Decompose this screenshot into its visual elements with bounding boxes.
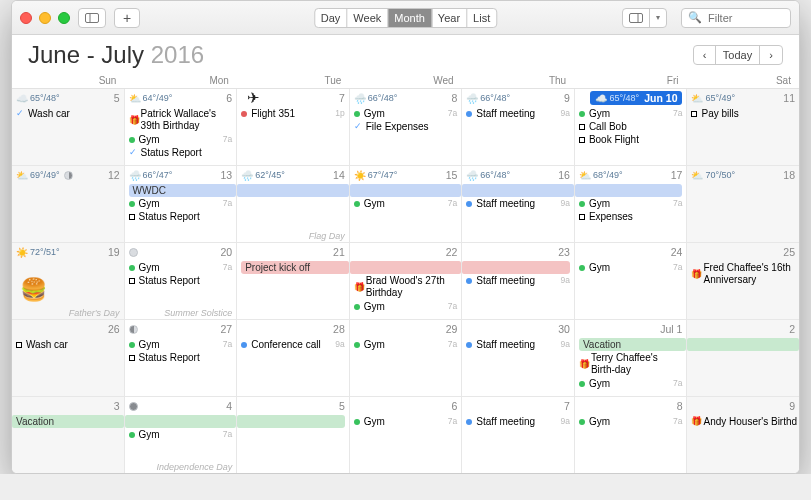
day-cell[interactable]: 🌧️66°/48°16 . Staff meeting9a bbox=[462, 166, 575, 242]
day-cell[interactable]: 9 🎁Andy Houser's Birthday bbox=[687, 397, 799, 473]
prev-button[interactable]: ‹ bbox=[694, 46, 716, 64]
task-status[interactable]: Status Report bbox=[127, 351, 235, 364]
day-cell[interactable]: 28 Conference call9a bbox=[237, 320, 350, 396]
event-flight[interactable]: Flight 3511p bbox=[239, 107, 347, 120]
event-staff[interactable]: Staff meeting9a bbox=[464, 107, 572, 120]
day-cell[interactable]: 22 . 🎁Brad Wood's 27th Birthday Gym7a bbox=[350, 243, 463, 319]
day-cell[interactable]: 29 Gym7a bbox=[350, 320, 463, 396]
event-conference[interactable]: Conference call9a bbox=[239, 338, 347, 351]
day-cell[interactable]: ✈︎7 Flight 3511p bbox=[237, 89, 350, 165]
event-gym[interactable]: Gym7a bbox=[352, 338, 460, 351]
task-wash-car[interactable]: Wash car bbox=[14, 338, 122, 351]
event-gym[interactable]: Gym7a bbox=[352, 107, 460, 120]
maximize-icon[interactable] bbox=[58, 12, 70, 24]
banner-vacation[interactable]: . bbox=[237, 415, 345, 428]
reminder-status[interactable]: ✓Status Report bbox=[127, 146, 235, 159]
banner-vacation[interactable]: . bbox=[125, 415, 237, 428]
day-cell[interactable]: 30 Staff meeting9a bbox=[462, 320, 575, 396]
day-cell[interactable]: 🌧️66°/48°9 Staff meeting9a bbox=[462, 89, 575, 165]
banner-wwdc[interactable]: . bbox=[575, 184, 683, 197]
day-cell[interactable]: 23 . Staff meeting9a bbox=[462, 243, 575, 319]
event-birthday[interactable]: 🎁Brad Wood's 27th Birthday bbox=[352, 274, 460, 300]
day-cell[interactable]: ⛅65°/49°11 Pay bills bbox=[687, 89, 799, 165]
sidebar-toggle-button[interactable] bbox=[79, 9, 105, 27]
event-anniversary[interactable]: 🎁Fred Chaffee's 16th Anniversary bbox=[689, 261, 797, 287]
day-cell[interactable]: 6 Gym7a bbox=[350, 397, 463, 473]
event-gym[interactable]: Gym7a bbox=[127, 338, 235, 351]
day-cell[interactable]: 4 . Gym7a Independence Day bbox=[125, 397, 238, 473]
day-cell[interactable]: 🌧️66°/48°8 Gym7a ✓File Expenses bbox=[350, 89, 463, 165]
event-gym[interactable]: Gym7a bbox=[127, 133, 235, 146]
add-event-button[interactable]: + bbox=[114, 8, 140, 28]
day-cell[interactable]: ☁️65°/48°5 ✓Wash car bbox=[12, 89, 125, 165]
today-button[interactable]: Today bbox=[716, 46, 760, 64]
banner-project[interactable]: Project kick off bbox=[241, 261, 349, 274]
split-view-button[interactable] bbox=[623, 9, 650, 27]
day-cell[interactable]: ☀️67°/47°15 . Gym7a bbox=[350, 166, 463, 242]
day-cell[interactable]: 27 Gym7a Status Report bbox=[125, 320, 238, 396]
task-call-bob[interactable]: Call Bob bbox=[577, 120, 685, 133]
task-book-flight[interactable]: Book Flight bbox=[577, 133, 685, 146]
banner-wwdc[interactable]: . bbox=[237, 184, 349, 197]
view-week[interactable]: Week bbox=[347, 9, 388, 27]
day-cell[interactable]: 🌧️66°/47°13 WWDC Gym7a Status Report bbox=[125, 166, 238, 242]
day-cell[interactable]: 2 . bbox=[687, 320, 799, 396]
day-cell[interactable]: 24 Gym7a bbox=[575, 243, 688, 319]
day-cell[interactable]: 20 Gym7a Status Report Summer Solstice bbox=[125, 243, 238, 319]
banner-project[interactable]: . bbox=[350, 261, 462, 274]
reminder-file-expenses[interactable]: ✓File Expenses bbox=[352, 120, 460, 133]
day-cell[interactable]: 3 Vacation bbox=[12, 397, 125, 473]
split-view-menu[interactable]: ▾ bbox=[650, 9, 666, 27]
banner-vacation[interactable]: . bbox=[687, 338, 799, 351]
event-staff[interactable]: Staff meeting9a bbox=[464, 274, 572, 287]
event-staff[interactable]: Staff meeting9a bbox=[464, 415, 572, 428]
banner-wwdc[interactable]: WWDC bbox=[129, 184, 237, 197]
view-day[interactable]: Day bbox=[315, 9, 348, 27]
day-cell[interactable]: ☀️72°/51°19 🍔 Father's Day bbox=[12, 243, 125, 319]
search-input[interactable] bbox=[706, 11, 776, 25]
event-gym[interactable]: Gym7a bbox=[352, 415, 460, 428]
day-cell[interactable]: 8 Gym7a bbox=[575, 397, 688, 473]
day-cell-today[interactable]: ☁️65°/48°Jun 10 Gym7a Call Bob Book Flig… bbox=[575, 89, 688, 165]
day-cell[interactable]: 🌧️62°/45°14 . Flag Day bbox=[237, 166, 350, 242]
day-cell[interactable]: ⛅68°/49°17 . Gym7a Expenses bbox=[575, 166, 688, 242]
day-cell[interactable]: 26 Wash car bbox=[12, 320, 125, 396]
task-pay-bills[interactable]: Pay bills bbox=[689, 107, 797, 120]
banner-wwdc[interactable]: . bbox=[350, 184, 462, 197]
search-field[interactable]: 🔍 bbox=[681, 8, 791, 28]
day-cell[interactable]: 5 . bbox=[237, 397, 350, 473]
view-list[interactable]: List bbox=[467, 9, 496, 27]
next-button[interactable]: › bbox=[760, 46, 782, 64]
close-icon[interactable] bbox=[20, 12, 32, 24]
day-cell[interactable]: 7 Staff meeting9a bbox=[462, 397, 575, 473]
task-expenses[interactable]: Expenses bbox=[577, 210, 685, 223]
event-gym[interactable]: Gym7a bbox=[352, 300, 460, 313]
event-gym[interactable]: Gym7a bbox=[127, 428, 235, 441]
event-gym[interactable]: Gym7a bbox=[577, 107, 685, 120]
banner-wwdc[interactable]: . bbox=[462, 184, 574, 197]
event-gym[interactable]: Gym7a bbox=[577, 415, 685, 428]
minimize-icon[interactable] bbox=[39, 12, 51, 24]
banner-project[interactable]: . bbox=[462, 261, 570, 274]
event-gym[interactable]: Gym7a bbox=[127, 261, 235, 274]
banner-vacation[interactable]: Vacation bbox=[12, 415, 124, 428]
view-year[interactable]: Year bbox=[432, 9, 467, 27]
day-cell[interactable]: ⛅70°/50°18 bbox=[687, 166, 799, 242]
event-staff[interactable]: Staff meeting9a bbox=[464, 197, 572, 210]
event-gym[interactable]: Gym7a bbox=[577, 261, 685, 274]
event-staff[interactable]: Staff meeting9a bbox=[464, 338, 572, 351]
event-birthday[interactable]: 🎁Terry Chaffee's Birth-day bbox=[577, 351, 685, 377]
event-gym[interactable]: Gym7a bbox=[352, 197, 460, 210]
event-birthday[interactable]: 🎁Patrick Wallace's 39th Birthday bbox=[127, 107, 235, 133]
day-cell[interactable]: 25 🎁Fred Chaffee's 16th Anniversary bbox=[687, 243, 799, 319]
event-gym[interactable]: Gym7a bbox=[577, 197, 685, 210]
day-cell[interactable]: Jul 1 Vacation 🎁Terry Chaffee's Birth-da… bbox=[575, 320, 688, 396]
day-cell[interactable]: ⛅64°/49°6 🎁Patrick Wallace's 39th Birthd… bbox=[125, 89, 238, 165]
day-cell[interactable]: ⛅69°/49°12 bbox=[12, 166, 125, 242]
event-gym[interactable]: Gym7a bbox=[127, 197, 235, 210]
event-gym[interactable]: Gym7a bbox=[577, 377, 685, 390]
day-cell[interactable]: 21 Project kick off bbox=[237, 243, 350, 319]
task-status[interactable]: Status Report bbox=[127, 210, 235, 223]
banner-vacation[interactable]: Vacation bbox=[579, 338, 687, 351]
view-month[interactable]: Month bbox=[388, 9, 432, 27]
